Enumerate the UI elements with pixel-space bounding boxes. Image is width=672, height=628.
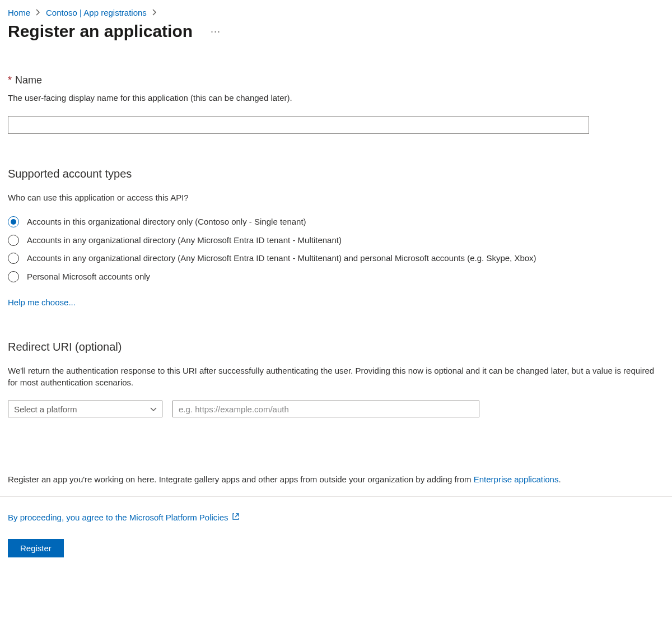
account-types-heading: Supported account types xyxy=(8,168,664,180)
redirect-row: Select a platform xyxy=(8,401,664,417)
radio-icon xyxy=(8,235,19,246)
enterprise-applications-link[interactable]: Enterprise applications xyxy=(474,475,559,484)
breadcrumb-contoso[interactable]: Contoso | App registrations xyxy=(46,8,147,17)
external-link-icon xyxy=(232,513,240,522)
account-types-question: Who can use this application or access t… xyxy=(8,192,664,203)
radio-icon xyxy=(8,271,19,282)
footer-divider xyxy=(0,496,672,497)
radio-icon xyxy=(8,253,19,264)
chevron-right-icon xyxy=(36,8,40,17)
title-row: Register an application ··· xyxy=(8,22,664,41)
account-type-option-0[interactable]: Accounts in this organizational director… xyxy=(8,216,664,229)
radio-icon xyxy=(8,216,19,227)
radio-label: Accounts in any organizational directory… xyxy=(27,252,536,265)
help-me-choose-link[interactable]: Help me choose... xyxy=(8,297,76,307)
platform-select-value: Select a platform xyxy=(14,404,77,414)
footer-note: Register an app you're working on here. … xyxy=(8,473,664,485)
radio-label: Accounts in any organizational directory… xyxy=(27,234,342,247)
account-types-section: Supported account types Who can use this… xyxy=(8,168,664,307)
radio-label: Personal Microsoft accounts only xyxy=(27,271,150,283)
name-label: *Name xyxy=(8,75,664,86)
platform-select[interactable]: Select a platform xyxy=(8,401,162,417)
register-button[interactable]: Register xyxy=(8,539,64,557)
platform-policies-link[interactable]: By proceeding, you agree to the Microsof… xyxy=(8,513,228,522)
name-label-text: Name xyxy=(15,75,42,86)
page-title: Register an application xyxy=(8,22,193,41)
name-input[interactable] xyxy=(8,116,589,134)
name-section: *Name The user-facing display name for t… xyxy=(8,75,664,134)
radio-label: Accounts in this organizational director… xyxy=(27,216,306,229)
account-type-option-2[interactable]: Accounts in any organizational directory… xyxy=(8,252,664,265)
redirect-heading: Redirect URI (optional) xyxy=(8,341,664,353)
policy-line: By proceeding, you agree to the Microsof… xyxy=(8,513,664,522)
footer-note-suffix: . xyxy=(558,475,561,484)
breadcrumb: Home Contoso | App registrations xyxy=(8,8,664,17)
redirect-description: We'll return the authentication response… xyxy=(8,365,664,388)
account-types-radio-group: Accounts in this organizational director… xyxy=(8,216,664,283)
redirect-uri-section: Redirect URI (optional) We'll return the… xyxy=(8,341,664,417)
redirect-uri-input[interactable] xyxy=(172,401,479,417)
account-type-option-1[interactable]: Accounts in any organizational directory… xyxy=(8,234,664,247)
more-menu-icon[interactable]: ··· xyxy=(206,24,225,40)
platform-select-box[interactable]: Select a platform xyxy=(8,401,162,417)
footer-note-prefix: Register an app you're working on here. … xyxy=(8,475,474,484)
breadcrumb-home[interactable]: Home xyxy=(8,8,30,17)
account-type-option-3[interactable]: Personal Microsoft accounts only xyxy=(8,271,664,283)
name-description: The user-facing display name for this ap… xyxy=(8,92,664,104)
chevron-right-icon xyxy=(152,8,157,17)
required-indicator: * xyxy=(8,75,12,86)
